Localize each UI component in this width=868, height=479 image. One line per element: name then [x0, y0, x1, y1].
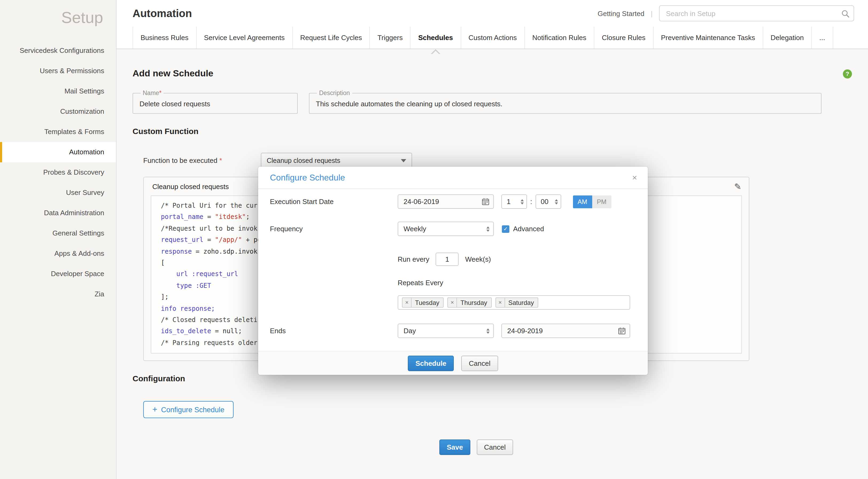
repeat-day-tag-saturday: ×Saturday: [495, 298, 538, 308]
form-actions: Save Cancel: [132, 440, 852, 455]
tab-custom-actions[interactable]: Custom Actions: [461, 27, 525, 48]
function-dropdown-value: Cleanup closed requests: [267, 157, 340, 164]
header-right: Getting Started |: [597, 5, 854, 21]
search-icon[interactable]: [841, 10, 850, 20]
minute-value: 00: [540, 198, 548, 206]
header-separator: |: [651, 9, 653, 18]
page-title: Automation: [132, 7, 192, 20]
configuration-heading: Configuration: [132, 374, 852, 383]
start-date-row: Execution Start Date 24-06-2019 1 :: [270, 194, 637, 209]
remove-tag-icon[interactable]: ×: [496, 298, 505, 307]
sidebar-item-servicedesk-configurations[interactable]: Servicedesk Configurations: [0, 41, 116, 61]
tab-service-level-agreements[interactable]: Service Level Agreements: [196, 27, 292, 48]
pm-option[interactable]: PM: [592, 195, 611, 208]
frequency-select[interactable]: Weekly: [398, 221, 494, 236]
edit-pencil-icon[interactable]: ✎: [734, 181, 741, 192]
name-value[interactable]: Delete closed requests: [140, 98, 291, 108]
ends-date-input[interactable]: 24-09-2019: [501, 323, 630, 338]
description-field[interactable]: Description This schedule automates the …: [309, 90, 822, 114]
tab-triggers[interactable]: Triggers: [370, 27, 411, 48]
tab-bar: Business RulesService Level AgreementsRe…: [117, 27, 868, 49]
repeat-day-tag-tuesday: ×Tuesday: [402, 298, 444, 308]
modal-body: Execution Start Date 24-06-2019 1 :: [258, 194, 648, 338]
remove-tag-icon[interactable]: ×: [448, 298, 457, 307]
cancel-button[interactable]: Cancel: [476, 440, 513, 455]
add-schedule-title: Add new Schedule: [132, 68, 213, 79]
am-pm-toggle: AM PM: [573, 195, 611, 208]
setup-window: Setup Servicedesk ConfigurationsUsers & …: [0, 0, 868, 479]
description-label: Description: [317, 90, 352, 96]
ends-mode-value: Day: [404, 327, 416, 335]
header: Automation Getting Started |: [117, 0, 868, 27]
modal-cancel-button[interactable]: Cancel: [461, 355, 498, 371]
hour-stepper[interactable]: 1: [501, 194, 527, 209]
run-every-input[interactable]: 1: [436, 252, 459, 266]
time-separator: :: [530, 198, 532, 206]
remove-tag-icon[interactable]: ×: [402, 298, 412, 307]
schedule-fields: Name* Delete closed requests Description…: [132, 90, 852, 114]
search-box: [659, 5, 854, 21]
ends-date-value: 24-09-2019: [507, 327, 543, 335]
save-button[interactable]: Save: [439, 440, 471, 455]
plus-icon: +: [152, 406, 157, 414]
tab-request-life-cycles[interactable]: Request Life Cycles: [292, 27, 370, 48]
advanced-checkbox[interactable]: ✓: [502, 225, 509, 233]
minute-stepper[interactable]: 00: [535, 194, 561, 209]
repeat-day-label: Tuesday: [412, 299, 443, 306]
sidebar-item-zia[interactable]: Zia: [0, 284, 116, 304]
repeat-day-label: Saturday: [505, 299, 538, 306]
stepper-arrows-icon[interactable]: [521, 199, 524, 204]
sidebar-item-probes-discovery[interactable]: Probes & Discovery: [0, 162, 116, 183]
description-value[interactable]: This schedule automates the cleaning up …: [316, 98, 814, 108]
ends-mode-select[interactable]: Day: [398, 323, 494, 338]
modal-title: Configure Schedule: [270, 173, 345, 182]
sidebar: Setup Servicedesk ConfigurationsUsers & …: [0, 0, 117, 479]
frequency-row: Frequency Weekly ✓ Advanced: [270, 221, 637, 236]
help-icon[interactable]: ?: [843, 69, 852, 78]
start-date-input[interactable]: 24-06-2019: [398, 194, 494, 209]
tab-business-rules[interactable]: Business Rules: [132, 27, 196, 48]
tab-schedules[interactable]: Schedules: [411, 27, 461, 48]
repeat-days-input[interactable]: ×Tuesday×Thursday×Saturday: [398, 295, 630, 310]
run-every-unit: Week(s): [465, 255, 491, 263]
schedule-button[interactable]: Schedule: [408, 355, 454, 371]
sidebar-item-users-permissions[interactable]: Users & Permissions: [0, 61, 116, 81]
tab-closure-rules[interactable]: Closure Rules: [594, 27, 653, 48]
tab-preventive-maintenance-tasks[interactable]: Preventive Maintenance Tasks: [653, 27, 763, 48]
name-label: Name*: [141, 90, 163, 96]
tab-delegation[interactable]: Delegation: [763, 27, 812, 48]
tab-notification-rules[interactable]: Notification Rules: [525, 27, 594, 48]
sidebar-item-templates-forms[interactable]: Templates & Forms: [0, 122, 116, 142]
sidebar-item-mail-settings[interactable]: Mail Settings: [0, 81, 116, 101]
stepper-arrows-icon[interactable]: [555, 199, 558, 204]
calendar-icon[interactable]: [482, 198, 489, 205]
configure-schedule-button[interactable]: + Configure Schedule: [143, 401, 234, 418]
hour-value: 1: [507, 198, 510, 206]
function-row: Function to be executed * Cleanup closed…: [132, 153, 852, 168]
select-arrows-icon: [486, 328, 490, 334]
am-option[interactable]: AM: [573, 195, 592, 208]
sidebar-item-data-administration[interactable]: Data Administration: [0, 203, 116, 223]
sidebar-item-general-settings[interactable]: General Settings: [0, 223, 116, 243]
sidebar-item-apps-add-ons[interactable]: Apps & Add-ons: [0, 243, 116, 264]
configure-schedule-label: Configure Schedule: [161, 406, 224, 414]
modal-footer: Schedule Cancel: [258, 351, 648, 375]
ends-label: Ends: [270, 327, 398, 335]
sidebar-item-developer-space[interactable]: Developer Space: [0, 264, 116, 284]
tab-more[interactable]: ...: [812, 27, 833, 48]
select-arrows-icon: [486, 226, 490, 232]
function-dropdown[interactable]: Cleanup closed requests: [261, 153, 412, 168]
frequency-value: Weekly: [404, 225, 426, 233]
sidebar-item-customization[interactable]: Customization: [0, 101, 116, 122]
calendar-icon[interactable]: [618, 327, 625, 334]
search-input[interactable]: [659, 6, 836, 21]
advanced-label: Advanced: [513, 225, 544, 233]
sidebar-item-automation[interactable]: Automation: [0, 142, 116, 162]
advanced-toggle[interactable]: ✓ Advanced: [502, 225, 544, 233]
name-field[interactable]: Name* Delete closed requests: [132, 90, 298, 114]
sidebar-item-user-survey[interactable]: User Survey: [0, 183, 116, 203]
frequency-label: Frequency: [270, 225, 398, 233]
chevron-down-icon: [401, 159, 406, 162]
close-icon[interactable]: ×: [632, 173, 637, 182]
getting-started-link[interactable]: Getting Started: [597, 9, 644, 18]
